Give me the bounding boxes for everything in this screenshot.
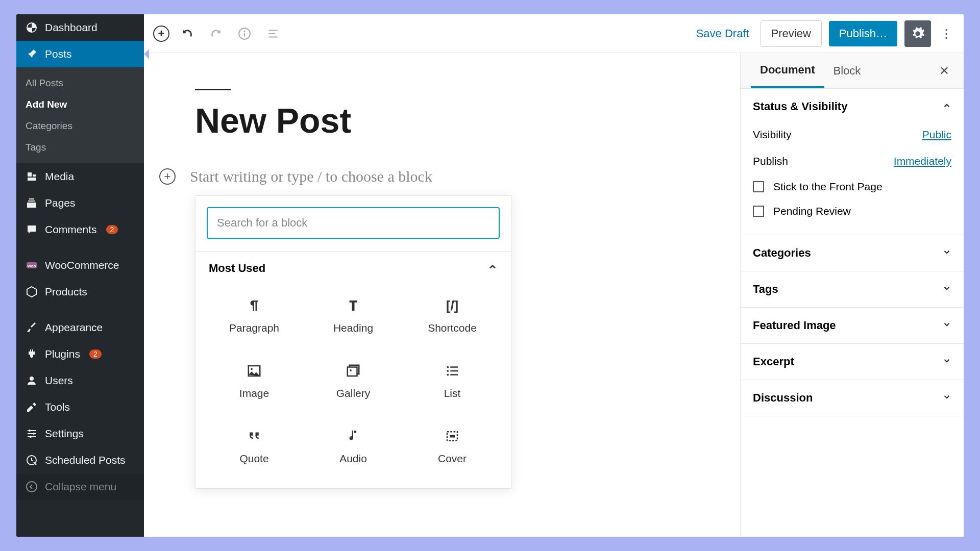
sidebar-label: Products xyxy=(45,286,87,298)
gallery-icon xyxy=(345,363,361,379)
panel-featured-image[interactable]: Featured Image xyxy=(741,308,964,344)
tools-icon xyxy=(26,401,38,413)
more-options-button[interactable]: ⋮ xyxy=(938,20,954,47)
svg-rect-27 xyxy=(450,374,458,375)
sidebar-item-media[interactable]: Media xyxy=(16,163,144,190)
info-button[interactable] xyxy=(234,23,255,44)
plugins-badge: 2 xyxy=(89,349,102,359)
save-draft-button[interactable]: Save Draft xyxy=(692,23,753,44)
block-quote[interactable]: Quote xyxy=(207,416,302,477)
svg-point-24 xyxy=(447,370,449,372)
sidebar-item-scheduled-posts[interactable]: Scheduled Posts xyxy=(16,447,144,473)
panel-excerpt[interactable]: Excerpt xyxy=(741,344,964,380)
inspector-sidebar: Document Block ✕ Status & Visibility Vis… xyxy=(740,53,964,537)
submenu-tags[interactable]: Tags xyxy=(16,137,144,158)
visibility-value[interactable]: Public xyxy=(922,129,951,141)
sidebar-item-pages[interactable]: Pages xyxy=(16,190,144,216)
pin-icon xyxy=(26,48,38,60)
media-icon xyxy=(26,170,38,183)
sidebar-item-comments[interactable]: Comments 2 xyxy=(16,216,144,243)
tab-document[interactable]: Document xyxy=(751,53,824,88)
list-icon xyxy=(444,363,460,379)
submenu-all-posts[interactable]: All Posts xyxy=(16,72,144,94)
outline-button[interactable] xyxy=(262,23,284,44)
svg-point-2 xyxy=(30,377,34,381)
panel-status-visibility: Status & Visibility Visibility Public Pu… xyxy=(741,89,964,235)
sidebar-label: Posts xyxy=(45,48,72,60)
submenu-add-new[interactable]: Add New xyxy=(16,94,144,115)
sidebar-item-appearance[interactable]: Appearance xyxy=(16,314,144,341)
block-list[interactable]: List xyxy=(405,350,500,412)
block-placeholder[interactable]: Start writing or type / to choose a bloc… xyxy=(190,168,432,185)
block-gallery[interactable]: Gallery xyxy=(306,350,401,412)
undo-button[interactable] xyxy=(177,23,198,44)
sidebar-item-settings[interactable]: Settings xyxy=(16,420,144,447)
admin-sidebar: Dashboard Posts All Posts Add New Catego… xyxy=(16,14,144,537)
panel-discussion[interactable]: Discussion xyxy=(741,380,964,416)
user-icon xyxy=(26,374,38,387)
sidebar-item-woocommerce[interactable]: Woo WooCommerce xyxy=(16,252,144,279)
close-inspector-button[interactable]: ✕ xyxy=(935,60,953,82)
svg-rect-30 xyxy=(450,435,455,438)
svg-point-18 xyxy=(251,368,253,370)
block-cover[interactable]: Cover xyxy=(405,416,500,477)
publish-value[interactable]: Immediately xyxy=(894,155,951,167)
svg-point-22 xyxy=(447,366,449,368)
pending-checkbox[interactable] xyxy=(753,206,764,217)
visibility-label: Visibility xyxy=(753,129,791,141)
sidebar-label: Settings xyxy=(45,428,84,440)
block-image[interactable]: Image xyxy=(207,350,302,412)
sidebar-item-tools[interactable]: Tools xyxy=(16,394,144,420)
audio-icon xyxy=(345,428,361,444)
sidebar-label: Tools xyxy=(45,401,70,413)
comments-badge: 2 xyxy=(106,225,118,234)
chevron-down-icon xyxy=(942,319,951,332)
content-row: New Post + Start writing or type / to ch… xyxy=(144,53,964,537)
svg-rect-23 xyxy=(450,366,458,368)
svg-rect-20 xyxy=(348,367,357,377)
most-used-header[interactable]: Most Used xyxy=(207,252,500,281)
panel-status-header[interactable]: Status & Visibility xyxy=(753,100,951,113)
woocommerce-icon: Woo xyxy=(26,259,38,271)
stick-checkbox[interactable] xyxy=(753,181,764,192)
chevron-down-icon xyxy=(942,246,951,260)
block-search-input[interactable] xyxy=(207,207,500,239)
settings-button[interactable] xyxy=(904,20,931,47)
sidebar-label: Comments xyxy=(45,223,97,236)
pending-review-row[interactable]: Pending Review xyxy=(753,199,951,223)
title-rule xyxy=(195,89,231,90)
inline-add-block-button[interactable]: + xyxy=(159,168,176,185)
cover-icon xyxy=(444,428,460,444)
sidebar-label: Pages xyxy=(45,197,76,209)
heading-icon xyxy=(345,297,361,314)
svg-point-6 xyxy=(29,430,31,432)
redo-button[interactable] xyxy=(205,23,227,44)
sidebar-collapse[interactable]: Collapse menu xyxy=(16,473,144,500)
panel-tags[interactable]: Tags xyxy=(741,271,964,308)
sidebar-item-products[interactable]: Products xyxy=(16,279,144,305)
tab-block[interactable]: Block xyxy=(824,53,870,88)
app-window: Dashboard Posts All Posts Add New Catego… xyxy=(16,14,964,537)
panel-categories[interactable]: Categories xyxy=(741,235,964,271)
svg-rect-13 xyxy=(244,33,245,36)
post-title[interactable]: New Post xyxy=(195,101,689,140)
sidebar-item-users[interactable]: Users xyxy=(16,367,144,394)
block-audio[interactable]: Audio xyxy=(306,416,401,477)
plugin-icon xyxy=(26,348,38,360)
svg-point-10 xyxy=(27,482,37,492)
submenu-categories[interactable]: Categories xyxy=(16,115,144,137)
chevron-up-icon xyxy=(942,100,951,113)
block-paragraph[interactable]: Paragraph xyxy=(207,285,302,346)
publish-button[interactable]: Publish… xyxy=(829,21,897,46)
sidebar-item-posts[interactable]: Posts xyxy=(16,41,144,67)
chevron-down-icon xyxy=(942,355,951,368)
block-shortcode[interactable]: [/]Shortcode xyxy=(405,285,500,346)
editor-canvas: New Post + Start writing or type / to ch… xyxy=(144,53,740,537)
add-block-button[interactable]: + xyxy=(153,26,169,42)
sidebar-item-plugins[interactable]: Plugins 2 xyxy=(16,341,144,367)
dashboard-icon xyxy=(26,21,38,34)
sidebar-item-dashboard[interactable]: Dashboard xyxy=(16,14,144,41)
block-heading[interactable]: Heading xyxy=(306,285,401,346)
preview-button[interactable]: Preview xyxy=(761,20,822,47)
stick-front-page-row[interactable]: Stick to the Front Page xyxy=(753,174,951,199)
